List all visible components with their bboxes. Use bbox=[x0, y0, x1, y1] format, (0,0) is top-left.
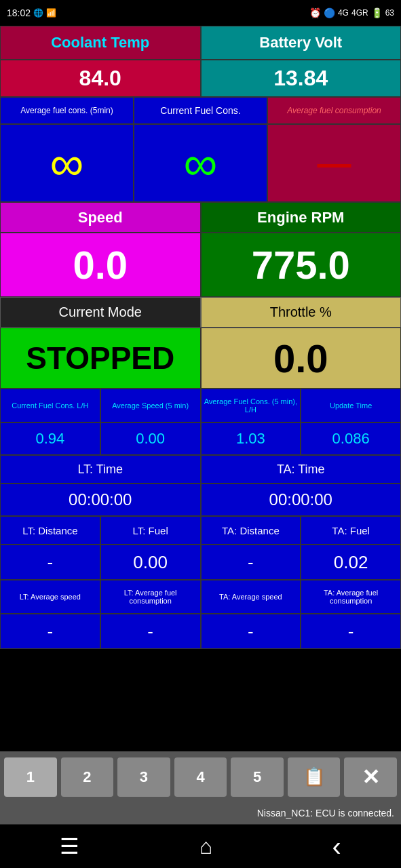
signal-icon: 📶 bbox=[46, 8, 56, 18]
coolant-temp-header: Coolant Temp bbox=[0, 26, 201, 60]
mode-throttle-headers: Current Mode Throttle % bbox=[0, 297, 401, 328]
mode-label: Current Mode bbox=[59, 304, 142, 320]
clock-icon: ⏰ bbox=[309, 7, 321, 18]
close-button[interactable]: ✕ bbox=[344, 757, 397, 797]
ta-avg-fuel-label: TA: Average fuel consumption bbox=[303, 589, 399, 605]
tab-5-button[interactable]: 5 bbox=[231, 757, 284, 797]
speed-value: 0.0 bbox=[0, 233, 201, 297]
speed-header: Speed bbox=[0, 202, 201, 233]
lt-fuel-value: 0.00 bbox=[100, 545, 201, 580]
avg-fuel-label: Average fuel cons. (5min) bbox=[20, 106, 113, 115]
infinity-yellow-symbol: ∞ bbox=[50, 136, 84, 191]
coolant-temp-number: 84.0 bbox=[79, 66, 121, 91]
time-display: 18:02 bbox=[7, 7, 31, 18]
speed-rpm-values: 0.0 775.0 bbox=[0, 233, 401, 297]
network-icon: 4G bbox=[338, 8, 349, 18]
lt-time-value: 00:00:00 bbox=[0, 484, 201, 516]
menu-button[interactable]: ☰ bbox=[60, 833, 79, 859]
avg-fuel-cons-5min-header: Average Fuel Cons. (5 min), L/H bbox=[201, 389, 301, 422]
dash-symbol: — bbox=[318, 144, 351, 183]
status-right-icons: ⏰ 🔵 4G 4GR 🔋 63 bbox=[309, 7, 394, 18]
infinity-row: ∞ ∞ — bbox=[0, 124, 401, 202]
lt-avg-speed-number: - bbox=[47, 621, 54, 642]
tab-5-label: 5 bbox=[253, 768, 261, 786]
ta-fuel-header: TA: Fuel bbox=[301, 516, 401, 545]
current-fuel-infinity: ∞ bbox=[134, 124, 267, 202]
wifi-icon: 🌐 bbox=[33, 8, 43, 18]
fuel-headers-row: Average fuel cons. (5min) Current Fuel C… bbox=[0, 97, 401, 124]
avg-speed-fuel-headers: LT: Average speed LT: Average fuel consu… bbox=[0, 580, 401, 614]
tab-2-button[interactable]: 2 bbox=[61, 757, 114, 797]
lt-dist-label: LT: Distance bbox=[22, 525, 77, 536]
ta-avg-speed-label: TA: Average speed bbox=[219, 593, 282, 601]
ta-avg-fuel-value: - bbox=[301, 614, 401, 649]
home-button[interactable]: ⌂ bbox=[199, 834, 212, 859]
current-fuel-label: Current Fuel Cons. bbox=[160, 105, 240, 116]
rpm-number: 775.0 bbox=[252, 242, 350, 288]
throttle-header: Throttle % bbox=[201, 297, 402, 328]
tab-4-button[interactable]: 4 bbox=[174, 757, 227, 797]
mode-status: STOPPED bbox=[26, 340, 174, 376]
tab-4-label: 4 bbox=[196, 768, 204, 786]
avg-fuel-consumption-header: Average fuel consumption bbox=[267, 97, 401, 124]
battery-icon: 🔋 bbox=[371, 7, 383, 18]
bluetooth-icon: 🔵 bbox=[324, 7, 335, 18]
ta-avg-fuel-number: - bbox=[348, 621, 354, 642]
battery-volt-value: 13.84 bbox=[201, 60, 402, 97]
avg-fuel-header: Average fuel cons. (5min) bbox=[0, 97, 134, 124]
avg-fuel-cons-5min-value: 1.03 bbox=[201, 422, 301, 455]
avg-speed-5min-header: Average Speed (5 min) bbox=[100, 389, 201, 422]
ta-avg-speed-number: - bbox=[248, 621, 254, 642]
speed-number: 0.0 bbox=[73, 242, 128, 288]
lt-ta-time-headers: LT: Time TA: Time bbox=[0, 455, 401, 484]
battery-percent: 63 bbox=[385, 8, 394, 18]
lt-fuel-header: LT: Fuel bbox=[100, 516, 201, 545]
lt-time-number: 00:00:00 bbox=[69, 490, 132, 509]
lt-avg-fuel-value: - bbox=[100, 614, 201, 649]
stat3-number: 1.03 bbox=[236, 430, 265, 448]
avg-speed-5min-value: 0.00 bbox=[100, 422, 201, 455]
ta-time-header: TA: Time bbox=[201, 455, 402, 484]
coolant-temp-label: Coolant Temp bbox=[51, 34, 149, 52]
tab-1-button[interactable]: 1 bbox=[4, 757, 57, 797]
lt-time-header: LT: Time bbox=[0, 455, 201, 484]
battery-volt-header: Battery Volt bbox=[201, 26, 402, 60]
tab-bar: 1 2 3 4 5 📋 ✕ bbox=[0, 751, 401, 802]
navigation-bar: ☰ ⌂ ‹ bbox=[0, 824, 401, 868]
mode-throttle-values: STOPPED 0.0 bbox=[0, 328, 401, 389]
status-message-bar: Nissan_NC1: ECU is connected. bbox=[0, 802, 401, 824]
fuel-consumption-dash: — bbox=[267, 124, 401, 202]
tab-3-button[interactable]: 3 bbox=[117, 757, 170, 797]
avg-fuel-consumption-label: Average fuel consumption bbox=[287, 106, 381, 115]
speed-label: Speed bbox=[78, 209, 123, 226]
infinity-green-symbol: ∞ bbox=[184, 136, 218, 191]
lt-avg-fuel-number: - bbox=[147, 621, 153, 642]
lt-avg-fuel-header: LT: Average fuel consumption bbox=[100, 580, 201, 614]
lt-avg-speed-label: LT: Average speed bbox=[20, 593, 81, 601]
current-mode-value: STOPPED bbox=[0, 328, 201, 389]
back-button[interactable]: ‹ bbox=[332, 831, 341, 862]
rpm-header: Engine RPM bbox=[201, 202, 402, 233]
tab-1-label: 1 bbox=[26, 768, 35, 786]
list-view-button[interactable]: 📋 bbox=[288, 757, 341, 797]
coolant-temp-value: 84.0 bbox=[0, 60, 201, 97]
stat4-label: Update Time bbox=[330, 401, 372, 410]
ta-distance-header: TA: Distance bbox=[201, 516, 301, 545]
ta-time-label: TA: Time bbox=[277, 462, 325, 477]
battery-volt-label: Battery Volt bbox=[259, 34, 342, 52]
dist-fuel-headers: LT: Distance LT: Fuel TA: Distance TA: F… bbox=[0, 516, 401, 545]
stats-headers-row: Current Fuel Cons. L/H Average Speed (5 … bbox=[0, 389, 401, 422]
ta-avg-fuel-header: TA: Average fuel consumption bbox=[301, 580, 401, 614]
network2-icon: 4GR bbox=[351, 8, 368, 18]
ta-fuel-number: 0.02 bbox=[334, 552, 368, 573]
current-fuel-header: Current Fuel Cons. bbox=[134, 97, 267, 124]
update-time-value: 0.086 bbox=[301, 422, 401, 455]
dist-fuel-values: - 0.00 - 0.02 bbox=[0, 545, 401, 580]
lt-distance-header: LT: Distance bbox=[0, 516, 100, 545]
stat3-label: Average Fuel Cons. (5 min), L/H bbox=[203, 397, 299, 414]
current-mode-header: Current Mode bbox=[0, 297, 201, 328]
hamburger-icon: ☰ bbox=[60, 834, 79, 859]
lt-distance-value: - bbox=[0, 545, 100, 580]
lt-dist-number: - bbox=[47, 552, 54, 573]
lt-ta-time-values: 00:00:00 00:00:00 bbox=[0, 484, 401, 516]
